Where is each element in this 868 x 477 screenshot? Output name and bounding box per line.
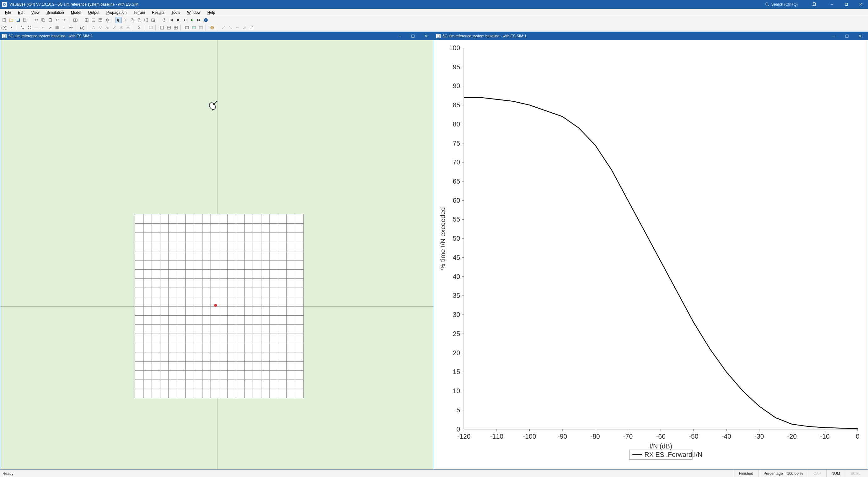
connect-3-button[interactable] [234,25,240,31]
pointer-tool[interactable] [116,17,122,23]
export-button[interactable] [22,17,28,23]
child-maximize-chart[interactable] [841,32,852,40]
svg-text:90: 90 [453,82,460,90]
beam-cross-tool[interactable] [111,25,117,31]
map-view[interactable] [0,40,434,469]
center-point-marker[interactable] [214,304,217,307]
group-tool[interactable] [68,25,74,31]
maximize-button[interactable] [839,0,854,9]
variable-tool[interactable]: (x) [79,25,85,31]
info-button[interactable]: i [203,17,209,23]
play-button[interactable] [189,17,195,23]
earth-station-icon[interactable] [208,100,219,111]
antenna-tool[interactable]: ((•)) [1,25,7,31]
chart-button[interactable] [241,25,247,31]
connect-1-button[interactable] [220,25,226,31]
svg-text:-10: -10 [820,433,830,440]
save-button[interactable] [15,17,21,23]
layout-2-button[interactable] [166,25,172,31]
view-3-button[interactable] [198,25,204,31]
svg-text:-40: -40 [721,433,731,440]
paste-button[interactable] [47,17,53,23]
clock-button[interactable] [161,17,167,23]
beam-multi-tool[interactable] [104,25,111,31]
child-close-map[interactable] [421,32,432,40]
copy-button[interactable] [40,17,46,23]
undo-button[interactable]: ↶ [54,17,60,23]
map-body[interactable] [0,40,434,469]
child-titlebar-map[interactable]: 5G sim reference system baseline - with … [0,32,434,40]
menu-model[interactable]: Model [68,10,85,15]
chart-view[interactable]: 0510152025303540455055606570758085909510… [434,40,868,469]
child-close-chart[interactable] [855,32,866,40]
updown-tool[interactable]: ↕ [61,25,67,31]
zoom-fit-button[interactable] [143,17,149,23]
menu-terrain[interactable]: Terrain [130,10,148,15]
path-tool[interactable]: ↗ [47,25,53,31]
scatter-station-tool[interactable] [20,25,26,31]
globe-button[interactable] [209,25,215,31]
search-placeholder: Search (Ctrl+Q) [771,2,798,7]
open-button[interactable] [8,17,14,23]
child-minimize-chart[interactable] [828,32,839,40]
step-button[interactable] [182,17,188,23]
connect-2-button[interactable] [227,25,234,31]
svg-rect-91 [3,35,6,37]
grid-button[interactable] [84,17,90,23]
menu-window[interactable]: Window [184,10,204,15]
point-tool[interactable]: • [8,25,14,31]
child-titlebar-chart[interactable]: 5G sim reference system baseline - with … [434,32,868,40]
chart-settings-button[interactable]: ⚙ [248,25,254,31]
arrow-tool[interactable]: ↔ [40,25,46,31]
svg-text:-80: -80 [590,433,600,440]
settings-button[interactable]: ⚙ [104,17,111,23]
menu-edit[interactable]: Edit [15,10,28,15]
zoom-out-button[interactable] [136,17,143,23]
fast-forward-button[interactable] [196,17,202,23]
beam-tri-tool[interactable] [118,25,124,31]
menu-propagation[interactable]: Propagation [103,10,130,15]
menu-output[interactable]: Output [85,10,103,15]
svg-rect-11 [17,21,19,21]
pan-tool[interactable] [122,17,129,23]
close-button[interactable] [854,0,868,9]
view-2-button[interactable] [191,25,197,31]
layout-3-button[interactable] [173,25,179,31]
menu-view[interactable]: View [28,10,43,15]
svg-text:-100: -100 [523,433,536,440]
notifications-button[interactable] [807,0,822,9]
rewind-button[interactable] [168,17,175,23]
svg-text:% time I/N exceeded: % time I/N exceeded [439,207,446,269]
child-minimize-map[interactable] [394,32,405,40]
grid-station-tool[interactable] [26,25,33,31]
chart-body[interactable]: 0510152025303540455055606570758085909510… [434,40,868,469]
multi-link-tool[interactable] [54,25,60,31]
menu-tools[interactable]: Tools [168,10,183,15]
cut-button[interactable]: ✂ [33,17,39,23]
duplicate-button[interactable] [72,17,79,23]
window-new-button[interactable] [148,25,154,31]
beam-sat-tool[interactable] [125,25,131,31]
child-maximize-map[interactable] [407,32,418,40]
stop-button[interactable] [175,17,181,23]
menu-simulation[interactable]: Simulation [43,10,67,15]
layout-1-button[interactable] [159,25,165,31]
list-button[interactable] [90,17,97,23]
svg-text:10: 10 [453,387,460,395]
minimize-button[interactable] [825,0,839,9]
menu-file[interactable]: File [2,10,14,15]
menu-help[interactable]: Help [204,10,218,15]
redo-button[interactable]: ↷ [61,17,67,23]
menu-results[interactable]: Results [149,10,167,15]
beam-up-tool[interactable] [90,25,97,31]
zoom-in-button[interactable] [129,17,135,23]
link-tool[interactable]: — [33,25,39,31]
search-box[interactable]: Search (Ctrl+Q) [765,2,798,7]
table-button[interactable] [97,17,103,23]
new-button[interactable] [1,17,7,23]
zoom-region-button[interactable] [150,17,156,23]
view-1-button[interactable] [184,25,190,31]
beam-down-tool[interactable] [97,25,103,31]
sigma-button[interactable]: Σ [136,25,143,31]
grid-lines [135,214,304,398]
